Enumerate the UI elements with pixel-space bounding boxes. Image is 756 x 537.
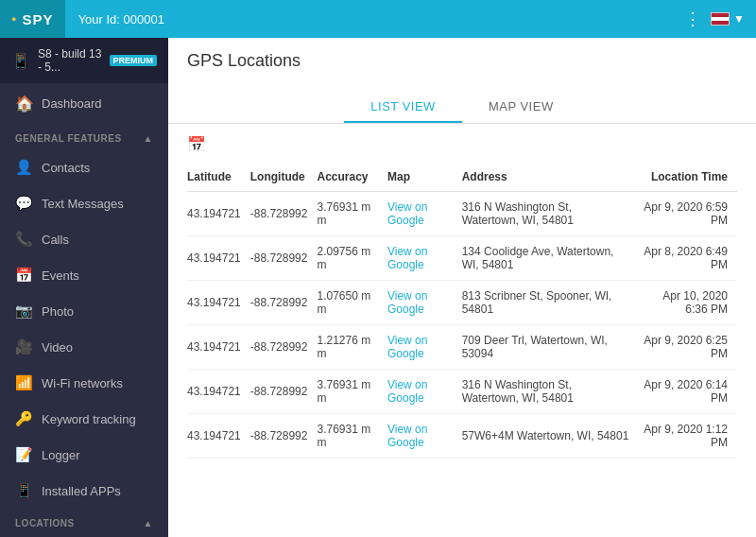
sidebar-item-text-messages[interactable]: 💬 Text Messages [0,185,168,221]
flag-us-icon [711,12,730,26]
accuracy-cell: 2.09756 m m [317,236,387,281]
view-tabs: LIST VIEW MAP VIEW [187,80,737,123]
user-id: Your Id: 000001 [65,12,178,26]
device-info: 📱 S8 - build 13 - 5... PREMIUM [0,38,168,83]
sidebar-item-logger[interactable]: 📝 Logger [0,437,168,473]
accuracy-cell: 1.21276 m m [317,325,387,370]
table-body: 43.194721-88.7289923.76931 m mView on Go… [187,192,737,459]
calls-icon: 📞 [15,231,32,248]
text-messages-icon: 💬 [15,195,32,212]
address-cell: 134 Coolidge Ave, Watertown, WI, 54801 [462,236,640,281]
latitude-cell: 43.194721 [187,325,250,370]
address-cell: 316 N Washington St, Watertown, WI, 5480… [462,192,640,236]
map-link[interactable]: View on Google [387,245,427,271]
general-features-section: geNerAL features ▲ [0,124,168,149]
text-messages-label: Text Messages [42,197,124,211]
sidebar-item-contacts[interactable]: 👤 Contacts [0,149,168,185]
contacts-icon: 👤 [15,159,32,176]
accuracy-cell: 3.76931 m m [317,370,387,414]
content-area: GPS Locations LIST VIEW MAP VIEW 📅 Latit… [168,38,756,537]
col-latitude: Latitude [187,163,250,192]
sidebar: 📱 S8 - build 13 - 5... PREMIUM 🏠 Dashboa… [0,38,168,537]
sidebar-nav: 🏠 Dashboard geNerAL features ▲ 👤 Contact… [0,83,168,537]
address-cell: 709 Deer Trl, Watertown, WI, 53094 [462,325,640,370]
table-row: 43.194721-88.7289923.76931 m mView on Go… [187,414,737,459]
sidebar-item-installed-apps[interactable]: 📱 Installed APPs [0,473,168,509]
sidebar-item-keyword-tracking[interactable]: 🔑 Keyword tracking [0,401,168,437]
longitude-cell: -88.728992 [250,370,318,414]
device-icon: 📱 [11,52,30,70]
map-link[interactable]: View on Google [387,378,427,405]
sidebar-item-video[interactable]: 🎥 Video [0,329,168,365]
location-time-cell: Apr 9, 2020 6:25 PM [639,325,737,370]
address-cell: 813 Scribner St, Spooner, WI, 54801 [462,281,640,325]
latitude-cell: 43.194721 [187,281,250,325]
language-selector[interactable]: ▼ [711,12,745,26]
accuracy-cell: 3.76931 m m [317,192,387,236]
sidebar-item-photo[interactable]: 📷 Photo [0,293,168,329]
general-section-label: geNerAL features [15,133,122,144]
apps-label: Installed APPs [42,484,121,498]
location-time-cell: Apr 9, 2020 6:59 PM [639,192,737,236]
latitude-cell: 43.194721 [187,414,250,459]
photo-label: Photo [42,304,74,319]
flag-arrow: ▼ [733,12,745,26]
calls-label: Calls [42,233,69,247]
table-header: Latitude Longitude Accuracy Map Address … [187,163,737,192]
locations-section-label: LOCATIONS [15,518,75,528]
address-cell: 57W6+4M Watertown, WI, 54801 [462,414,640,459]
logo-dot: ● [11,14,17,24]
gps-table: Latitude Longitude Accuracy Map Address … [187,163,737,459]
topbar-menu-icon[interactable]: ⋮ [684,9,701,29]
latitude-cell: 43.194721 [187,236,250,281]
locations-collapse-icon[interactable]: ▲ [144,518,153,528]
sidebar-item-dashboard[interactable]: 🏠 Dashboard [0,83,168,124]
table-row: 43.194721-88.7289922.09756 m mView on Go… [187,236,737,281]
general-items-list: 👤 Contacts 💬 Text Messages 📞 Calls 📅 Eve… [0,149,168,509]
col-address: Address [462,163,640,192]
col-longitude: Longitude [250,163,318,192]
sidebar-item-calls[interactable]: 📞 Calls [0,221,168,257]
keyword-icon: 🔑 [15,410,32,427]
location-time-cell: Apr 9, 2020 6:14 PM [639,370,737,414]
topbar-right: ⋮ ▼ [684,9,756,29]
topbar: ● SPY Your Id: 000001 ⋮ ▼ [0,0,756,38]
longitude-cell: -88.728992 [250,192,318,236]
table-area: 📅 Latitude Longitude Accuracy Map Addres… [168,124,756,537]
events-icon: 📅 [15,267,32,284]
apps-icon: 📱 [15,482,32,499]
tab-map-view[interactable]: MAP VIEW [462,92,580,123]
map-link[interactable]: View on Google [387,289,427,316]
calendar-icon[interactable]: 📅 [187,135,737,153]
table-row: 43.194721-88.7289921.21276 m mView on Go… [187,325,737,370]
latitude-cell: 43.194721 [187,370,250,414]
address-cell: 316 N Washington St, Watertown, WI, 5480… [462,370,640,414]
locations-section: LOCATIONS ▲ [0,509,168,534]
events-label: Events [42,268,79,283]
keyword-label: Keyword tracking [42,412,136,426]
content-header: GPS Locations LIST VIEW MAP VIEW [168,38,756,124]
table-row: 43.194721-88.7289923.76931 m mView on Go… [187,192,737,236]
table-row: 43.194721-88.7289921.07650 m mView on Go… [187,281,737,325]
app-logo: ● SPY [0,0,65,38]
tab-list-view[interactable]: LIST VIEW [344,92,462,123]
longitude-cell: -88.728992 [250,414,318,459]
location-time-cell: Apr 10, 2020 6:36 PM [639,281,737,325]
latitude-cell: 43.194721 [187,192,250,236]
map-link[interactable]: View on Google [387,334,427,360]
logger-label: Logger [42,448,79,462]
video-label: Video [42,340,73,355]
wifi-label: Wi-Fi networks [42,376,123,390]
map-link[interactable]: View on Google [387,423,427,449]
wifi-icon: 📶 [15,374,32,391]
longitude-cell: -88.728992 [250,236,318,281]
collapse-icon[interactable]: ▲ [144,133,153,144]
device-name: S8 - build 13 - 5... [38,47,102,74]
logger-icon: 📝 [15,446,32,463]
sidebar-item-events[interactable]: 📅 Events [0,257,168,293]
premium-badge: PREMIUM [110,55,158,66]
location-time-cell: Apr 8, 2020 6:49 PM [639,236,737,281]
map-link[interactable]: View on Google [387,200,427,227]
accuracy-cell: 1.07650 m m [317,281,387,325]
sidebar-item-wifi[interactable]: 📶 Wi-Fi networks [0,365,168,401]
